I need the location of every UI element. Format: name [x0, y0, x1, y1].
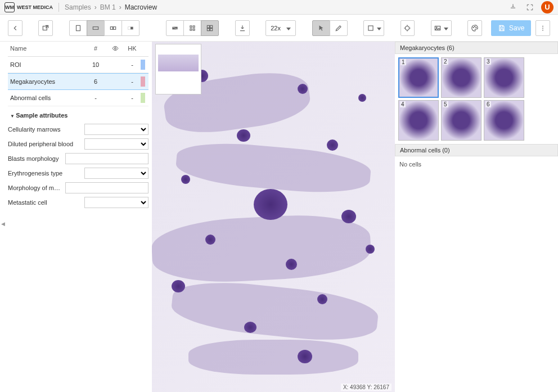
col-count[interactable]: #	[84, 45, 107, 53]
pin-icon[interactable]	[507, 2, 519, 13]
svg-rect-4	[113, 26, 115, 29]
class-row[interactable]: Abnormal cells - -	[8, 90, 148, 106]
view-contrast-button[interactable]	[122, 20, 140, 36]
zoom-dropdown[interactable]: 22x	[266, 20, 296, 36]
attribute-select[interactable]	[84, 138, 148, 150]
class-count: 6	[84, 78, 107, 85]
svg-rect-10	[190, 29, 192, 30]
col-name[interactable]: Name	[10, 45, 84, 53]
logo-mark: WM	[4, 2, 15, 12]
thumbnail-number: 2	[443, 58, 448, 65]
svg-rect-11	[193, 29, 195, 30]
coordinates-display: X: 49368 Y: 26167	[341, 384, 392, 391]
pencil-tool[interactable]	[330, 20, 348, 36]
fullscreen-icon[interactable]	[524, 2, 536, 13]
back-button[interactable]	[8, 20, 22, 36]
cell-group-header[interactable]: Abnormal cells (0)	[395, 144, 558, 156]
grid-large-button[interactable]	[201, 20, 219, 36]
svg-rect-14	[208, 28, 210, 30]
breadcrumb-current: Macroview	[125, 3, 157, 11]
svg-point-23	[542, 25, 543, 26]
cell-thumbnail[interactable]: 3	[484, 57, 524, 98]
class-row[interactable]: Megakaryocytes 6 -	[8, 73, 148, 90]
svg-point-22	[476, 27, 476, 28]
download-button[interactable]	[235, 20, 250, 36]
palette-button[interactable]	[467, 20, 482, 36]
right-panel: Megakaryocytes (6) 123456 Abnormal cells…	[395, 42, 558, 392]
attribute-row: Morphology of megakaryocyt...	[8, 181, 148, 195]
attribute-label: Erythrogenesis type	[8, 170, 81, 177]
save-button[interactable]: Save	[491, 20, 531, 36]
svg-rect-3	[110, 26, 112, 29]
attribute-input[interactable]	[65, 153, 148, 164]
cell-thumbnail[interactable]: 5	[441, 100, 482, 141]
svg-rect-6	[128, 26, 130, 29]
shape-dropdown[interactable]	[363, 20, 384, 36]
attribute-row: Erythrogenesis type	[8, 166, 148, 181]
svg-rect-8	[190, 25, 192, 27]
cell-thumbnail[interactable]: 6	[484, 100, 524, 141]
attribute-select[interactable]	[84, 168, 148, 179]
cell-thumbnail[interactable]: 1	[398, 57, 439, 98]
view-wide-button[interactable]	[87, 20, 105, 36]
attribute-label: Blasts morphology	[8, 155, 62, 162]
user-avatar[interactable]: U	[541, 1, 554, 13]
svg-point-25	[542, 29, 543, 30]
view-page-button[interactable]	[69, 20, 87, 36]
svg-rect-1	[76, 25, 80, 30]
svg-point-17	[406, 26, 410, 30]
image-viewer[interactable]: X: 49368 Y: 26167	[152, 42, 395, 392]
external-link-button[interactable]	[38, 20, 53, 36]
attribute-label: Diluted peripheral blood	[8, 141, 81, 147]
grid-small-button[interactable]	[183, 20, 201, 36]
annotation-mode-group	[166, 20, 219, 36]
class-count: 10	[84, 61, 107, 68]
classes-table-header: Name # HK	[8, 42, 148, 57]
pointer-tool[interactable]	[312, 20, 330, 36]
divider	[58, 3, 59, 12]
attribute-select[interactable]	[84, 197, 148, 208]
attribute-label: Cellularity marrows	[8, 126, 81, 133]
thumbnail-grid: 123456	[395, 54, 558, 144]
attribute-row: Diluted peripheral blood	[8, 137, 148, 151]
attributes-section-title[interactable]: Sample attributes	[8, 106, 148, 122]
image-dropdown[interactable]	[431, 20, 452, 36]
breadcrumb-item[interactable]: Samples	[65, 3, 91, 11]
class-name: ROI	[10, 61, 84, 68]
app-header: WM WEST MEDICA Samples › BM 1 › Macrovie…	[0, 0, 558, 15]
class-color-swatch	[141, 93, 145, 103]
class-count: -	[84, 94, 107, 101]
svg-point-26	[115, 48, 116, 49]
class-row[interactable]: ROI 10 -	[8, 57, 148, 73]
cell-group-header[interactable]: Megakaryocytes (6)	[395, 42, 558, 54]
thumbnail-number: 4	[400, 101, 406, 107]
collapse-left-handle[interactable]: ◀	[0, 217, 6, 231]
more-menu-button[interactable]	[536, 20, 550, 36]
svg-rect-13	[210, 25, 213, 28]
col-visible[interactable]	[107, 45, 124, 53]
left-panel: Name # HK ROI 10 - Megakaryocytes 6 - Ab…	[0, 42, 152, 392]
cell-thumbnail[interactable]: 2	[441, 57, 482, 98]
attribute-select[interactable]	[84, 124, 148, 135]
view-split-button[interactable]	[104, 20, 122, 36]
svg-rect-16	[368, 25, 373, 30]
class-color-swatch	[141, 60, 145, 70]
breadcrumb-item[interactable]: BM 1	[100, 3, 116, 11]
thumbnail-number: 6	[485, 101, 491, 107]
minimap[interactable]	[155, 44, 201, 94]
attribute-label: Metastatic cell	[8, 199, 81, 206]
svg-point-24	[542, 28, 543, 29]
view-mode-group	[69, 20, 140, 36]
svg-point-21	[475, 26, 475, 26]
class-hotkey: -	[124, 94, 141, 101]
chevron-down-icon	[284, 25, 291, 31]
logo-text: WEST MEDICA	[17, 4, 53, 10]
cell-thumbnail[interactable]: 4	[398, 100, 439, 141]
contrast-button[interactable]	[166, 20, 184, 36]
svg-point-20	[473, 27, 474, 28]
target-button[interactable]	[400, 20, 415, 36]
attribute-input[interactable]	[65, 182, 148, 193]
thumbnail-number: 5	[443, 101, 448, 107]
col-hotkey[interactable]: HK	[124, 45, 141, 53]
thumbnail-number: 1	[400, 59, 406, 65]
